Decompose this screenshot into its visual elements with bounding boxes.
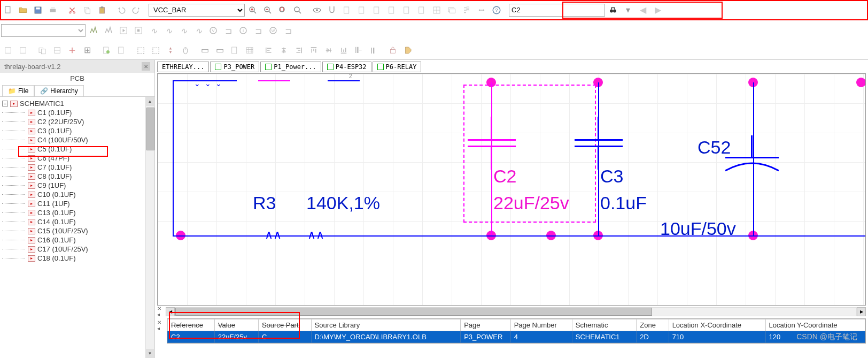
tab-file[interactable]: 📁File: [2, 85, 34, 96]
tree-scrollbar[interactable]: ▲ ▼: [145, 97, 154, 358]
t3-13-icon[interactable]: ▭: [213, 43, 227, 57]
schematic-label[interactable]: 140K,1%: [306, 193, 380, 214]
table-header[interactable]: Page: [461, 319, 510, 331]
schematic-canvas[interactable]: 2⌄⌄⌄∧∧∧∧R3140K,1%C222uF/25vC30.1uFC5210u…: [157, 73, 866, 306]
table-row[interactable]: C222uF/25vCD:\MY\MY_ORCAD\LIBRARY1.OLBP3…: [168, 331, 865, 343]
t2-gate2-icon[interactable]: ⊐: [251, 24, 265, 37]
tree-item[interactable]: ▸C17 (10UF/25V): [1, 245, 153, 254]
hscroll-left-icon[interactable]: ◀: [166, 307, 175, 316]
t2-v-icon[interactable]: V: [206, 24, 220, 37]
panel-close-icon[interactable]: ✕: [142, 62, 150, 71]
zoom-fit-icon[interactable]: [291, 3, 305, 17]
zoom-in-icon[interactable]: [246, 3, 260, 17]
tree-item[interactable]: ▸C4 (100UF/50V): [1, 135, 153, 144]
copy-icon[interactable]: [80, 3, 94, 17]
doc-tab[interactable]: ETHRELAY...: [157, 62, 209, 72]
tool-u-icon[interactable]: U: [325, 3, 339, 17]
doc-tab[interactable]: P1_Power...: [260, 62, 321, 72]
scroll-thumb[interactable]: [146, 108, 154, 150]
schematic-label[interactable]: C52: [698, 137, 731, 158]
props-close-icon[interactable]: ✕◂: [157, 318, 165, 331]
align-bot-icon[interactable]: [337, 43, 351, 57]
hscroll-close-icon[interactable]: ✕◂: [157, 306, 165, 317]
hscroll-thumb[interactable]: [175, 308, 652, 316]
t2-play-icon[interactable]: [117, 24, 130, 37]
t2-1-icon[interactable]: [87, 24, 100, 37]
redo-icon[interactable]: [129, 3, 143, 17]
table-header[interactable]: Location X-Coordinate: [669, 319, 765, 331]
tree-item[interactable]: ▸C6 (47PF): [1, 154, 153, 163]
dist-v-icon[interactable]: ⫼: [367, 43, 381, 57]
t3-3-icon[interactable]: [35, 43, 49, 57]
doc1-icon[interactable]: [340, 3, 354, 17]
t2-stop-icon[interactable]: [131, 24, 145, 37]
table-header[interactable]: Zone: [637, 319, 669, 331]
table-header[interactable]: Reference: [168, 319, 215, 331]
save-icon[interactable]: [31, 3, 45, 17]
t3-1-icon[interactable]: [1, 43, 15, 57]
canvas-hscroll[interactable]: ✕◂ ◀ ▶: [157, 307, 866, 316]
grid-icon[interactable]: [430, 3, 444, 17]
table-cell[interactable]: P3_POWER: [461, 331, 510, 343]
t2-2-icon[interactable]: [102, 24, 115, 37]
table-cell[interactable]: 2D: [637, 331, 669, 343]
dist-h-icon[interactable]: ⊪: [352, 43, 366, 57]
doc-tab[interactable]: P3_POWER: [210, 62, 259, 72]
t3-12-icon[interactable]: ▭: [198, 43, 212, 57]
align-top-icon[interactable]: [307, 43, 321, 57]
t2-wave2-icon[interactable]: ∿: [161, 24, 175, 37]
hscroll-right-icon[interactable]: ▶: [857, 307, 866, 316]
zoom-out-icon[interactable]: [261, 3, 275, 17]
collapse-icon[interactable]: −: [2, 101, 8, 106]
t2-gate3-icon[interactable]: ⊐: [281, 24, 295, 37]
layers-icon[interactable]: [445, 3, 459, 17]
tree-item[interactable]: ▸C15 (10UF/25V): [1, 226, 153, 235]
table-cell[interactable]: SCHEMATIC1: [572, 331, 637, 343]
scroll-down-icon[interactable]: ▼: [146, 349, 154, 358]
resistor-symbol[interactable]: ∧∧: [265, 228, 282, 242]
t3-11-icon[interactable]: [164, 43, 177, 57]
t3-10-icon[interactable]: ⬚: [149, 43, 162, 57]
table-cell[interactable]: C: [258, 331, 311, 343]
align-left-icon[interactable]: [262, 43, 276, 57]
search-input[interactable]: [509, 4, 605, 17]
tree-root[interactable]: − ▸ SCHEMATIC1: [1, 99, 153, 108]
t2-wave3-icon[interactable]: ∿: [176, 24, 190, 37]
tree-item[interactable]: ▸C9 (1UF): [1, 181, 153, 190]
table-cell[interactable]: C2: [168, 331, 215, 343]
t2-w-icon[interactable]: W: [266, 24, 280, 37]
tree-item[interactable]: ▸C3 (0.1UF): [1, 126, 153, 135]
t3-5-icon[interactable]: [65, 43, 79, 57]
tree-item[interactable]: ▸C14 (0.1UF): [1, 217, 153, 226]
table-header[interactable]: Schematic: [572, 319, 637, 331]
t3-tag-icon[interactable]: [401, 43, 415, 57]
t3-2-icon[interactable]: [16, 43, 30, 57]
align-mid-icon[interactable]: [322, 43, 336, 57]
net-icon[interactable]: [475, 3, 489, 17]
doc2-icon[interactable]: [355, 3, 369, 17]
combo2[interactable]: [1, 24, 86, 37]
t2-wave4-icon[interactable]: ∿: [191, 24, 205, 37]
table-header[interactable]: Source Part: [258, 319, 311, 331]
schematic-label[interactable]: 0.1uF: [600, 193, 647, 214]
tree-item[interactable]: ▸C18 (0.1UF): [1, 254, 153, 263]
tree-item[interactable]: ▸C11 (1UF): [1, 199, 153, 208]
tree-item[interactable]: ▸C13 (0.1UF): [1, 208, 153, 217]
scroll-up-icon[interactable]: ▲: [146, 97, 154, 106]
doc5-icon[interactable]: [400, 3, 414, 17]
capacitor-symbol[interactable]: [468, 133, 516, 154]
next-result-icon[interactable]: ▶: [651, 3, 665, 17]
t3-4-icon[interactable]: [50, 43, 64, 57]
align-center-icon[interactable]: [277, 43, 291, 57]
tree-item[interactable]: ▸C2 (22UF/25V): [1, 117, 153, 126]
doc-tab[interactable]: P4-ESP32: [322, 62, 371, 72]
doc4-icon[interactable]: [385, 3, 399, 17]
open-icon[interactable]: [16, 3, 30, 17]
table-cell[interactable]: 710: [669, 331, 765, 343]
table-header[interactable]: Source Library: [311, 319, 461, 331]
table-header[interactable]: Location Y-Coordinate: [765, 319, 865, 331]
help-icon[interactable]: ?: [490, 3, 503, 17]
t2-i-icon[interactable]: I: [236, 24, 250, 37]
doc6-icon[interactable]: [415, 3, 429, 17]
net-combo[interactable]: VCC_BAR: [149, 4, 245, 17]
